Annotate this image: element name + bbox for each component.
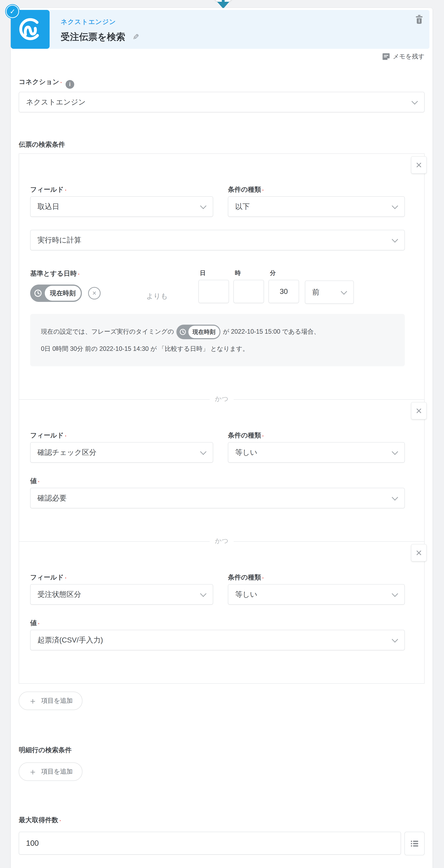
day-input[interactable] bbox=[198, 280, 229, 303]
type-label: 条件の種類 bbox=[228, 432, 261, 439]
info-line2: 0日 0時間 30分 前の 2022-10-15 14:30 が 「比較する日時… bbox=[41, 345, 249, 352]
plus-icon: ＋ bbox=[28, 767, 37, 776]
connection-value: ネクストエンジン bbox=[26, 97, 86, 107]
current-time-chip-inline: 現在時刻 bbox=[176, 324, 220, 339]
close-icon: × bbox=[416, 159, 422, 170]
required-mark: * bbox=[38, 623, 39, 626]
leave-memo-button[interactable]: メモを残す bbox=[11, 52, 424, 61]
info-line1-after: が 2022-10-15 15:00 である場合、 bbox=[223, 328, 320, 335]
current-time-chip[interactable]: 現在時刻 bbox=[30, 284, 82, 302]
condition-1-calc-select[interactable]: 実行時に計算 bbox=[30, 230, 405, 250]
direction-select[interactable]: 前 bbox=[305, 281, 354, 304]
field-label: フィールド bbox=[30, 574, 64, 581]
minute-input[interactable] bbox=[269, 280, 299, 303]
unit-day-label: 日 bbox=[200, 269, 229, 277]
required-mark: * bbox=[263, 189, 264, 192]
chevron-down-icon bbox=[392, 494, 398, 500]
required-mark: * bbox=[263, 577, 264, 580]
condition-box-2: かつ × フィールド* 条件の種類* 確認チェック区分 等しい 値* 確認必要 bbox=[19, 399, 424, 541]
condition-2-field-value: 確認チェック区分 bbox=[37, 447, 96, 457]
condition-1-calc-value: 実行時に計算 bbox=[37, 235, 81, 245]
required-mark: * bbox=[38, 481, 39, 484]
required-mark: * bbox=[263, 435, 264, 438]
hour-input[interactable] bbox=[234, 280, 264, 303]
chevron-down-icon bbox=[200, 448, 207, 455]
remove-condition-1-button[interactable]: × bbox=[411, 156, 426, 174]
close-icon: × bbox=[416, 547, 422, 558]
current-time-chip-inline-label: 現在時刻 bbox=[189, 326, 219, 338]
base-datetime-label: 基準とする日時 bbox=[30, 270, 77, 277]
required-mark: * bbox=[60, 820, 61, 823]
type-label: 条件の種類 bbox=[228, 574, 261, 581]
condition-2-field-select[interactable]: 確認チェック区分 bbox=[30, 442, 213, 463]
condition-1-field-value: 取込日 bbox=[37, 202, 59, 212]
info-icon[interactable]: i bbox=[66, 80, 74, 89]
required-mark: * bbox=[65, 189, 66, 192]
add-item-label: 項目を追加 bbox=[41, 696, 73, 705]
condition-box-1: × フィールド* 条件の種類* 取込日 以下 実行時に計算 bbox=[19, 153, 424, 400]
status-check-badge: ✓ bbox=[5, 4, 20, 19]
condition-3-field-select[interactable]: 受注状態区分 bbox=[30, 584, 213, 604]
chevron-down-icon bbox=[392, 236, 398, 243]
condition-3-type-value: 等しい bbox=[235, 590, 258, 599]
next-engine-logo-icon bbox=[17, 16, 43, 42]
slip-conditions-label: 伝票の検索条件 bbox=[19, 141, 65, 148]
chevron-down-icon bbox=[412, 98, 418, 104]
condition-2-value: 確認必要 bbox=[37, 493, 67, 503]
chevron-down-icon bbox=[200, 590, 207, 597]
edit-title-icon[interactable]: ✎ bbox=[133, 32, 139, 42]
value-list-button[interactable] bbox=[405, 832, 424, 855]
action-card: ネクストエンジン 受注伝票を検索 ✎ メモを残す コネクシ bbox=[11, 8, 433, 868]
direction-value: 前 bbox=[312, 287, 319, 297]
bulleted-list-icon bbox=[410, 839, 419, 848]
value-label: 値 bbox=[30, 619, 37, 626]
condition-3-type-select[interactable]: 等しい bbox=[228, 584, 405, 604]
trash-icon bbox=[415, 15, 423, 24]
card-header: ネクストエンジン 受注伝票を検索 ✎ bbox=[11, 10, 430, 49]
unit-minute-label: 分 bbox=[270, 269, 299, 277]
add-slip-condition-button[interactable]: ＋ 項目を追加 bbox=[19, 692, 82, 710]
field-label: フィールド bbox=[30, 186, 64, 193]
delete-action-button[interactable] bbox=[415, 15, 423, 25]
connection-label: コネクション bbox=[19, 78, 59, 85]
chevron-down-icon bbox=[392, 203, 398, 209]
required-mark: * bbox=[78, 273, 79, 276]
memo-icon bbox=[382, 53, 390, 61]
leave-memo-label: メモを残す bbox=[393, 52, 424, 61]
and-divider-label: かつ bbox=[210, 395, 234, 403]
max-count-input[interactable] bbox=[19, 832, 401, 855]
chevron-down-icon bbox=[200, 203, 207, 209]
connection-select[interactable]: ネクストエンジン bbox=[19, 92, 424, 112]
max-count-label: 最大取得件数 bbox=[19, 816, 58, 824]
required-mark: * bbox=[65, 435, 66, 438]
clock-history-icon bbox=[33, 289, 42, 298]
required-mark: * bbox=[65, 577, 66, 580]
remove-condition-3-button[interactable]: × bbox=[411, 544, 426, 561]
condition-2-type-value: 等しい bbox=[235, 447, 258, 457]
datetime-explanation: 現在の設定では、フレーズ実行のタイミングの現在時刻が 2022-10-15 15… bbox=[30, 314, 405, 366]
condition-1-field-select[interactable]: 取込日 bbox=[30, 196, 213, 217]
remove-chip-icon[interactable]: × bbox=[88, 287, 101, 300]
required-mark: * bbox=[61, 82, 62, 85]
add-detail-condition-button[interactable]: ＋ 項目を追加 bbox=[19, 763, 82, 781]
chevron-down-icon bbox=[392, 636, 398, 643]
chevron-down-icon bbox=[392, 448, 398, 455]
plus-icon: ＋ bbox=[28, 696, 37, 705]
condition-3-field-value: 受注状態区分 bbox=[37, 590, 81, 599]
check-icon: ✓ bbox=[9, 7, 15, 16]
info-line1-before: 現在の設定では、フレーズ実行のタイミングの bbox=[41, 328, 174, 335]
and-divider-label: かつ bbox=[210, 536, 234, 545]
connector-arrow-icon bbox=[217, 2, 229, 9]
chevron-down-icon bbox=[341, 288, 347, 294]
than-label: よりも bbox=[146, 291, 172, 301]
field-label: フィールド bbox=[30, 432, 64, 439]
remove-condition-2-button[interactable]: × bbox=[411, 402, 426, 420]
condition-1-type-select[interactable]: 以下 bbox=[228, 196, 405, 217]
detail-conditions-label: 明細行の検索条件 bbox=[19, 746, 72, 753]
condition-3-value-select[interactable]: 起票済(CSV/手入力) bbox=[30, 630, 405, 650]
condition-2-type-select[interactable]: 等しい bbox=[228, 442, 405, 463]
condition-box-3: かつ × フィールド* 条件の種類* 受注状態区分 等しい 値* 起票済(CSV… bbox=[19, 541, 424, 684]
current-time-chip-label: 現在時刻 bbox=[45, 286, 81, 301]
type-label: 条件の種類 bbox=[228, 186, 261, 193]
condition-2-value-select[interactable]: 確認必要 bbox=[30, 488, 405, 508]
